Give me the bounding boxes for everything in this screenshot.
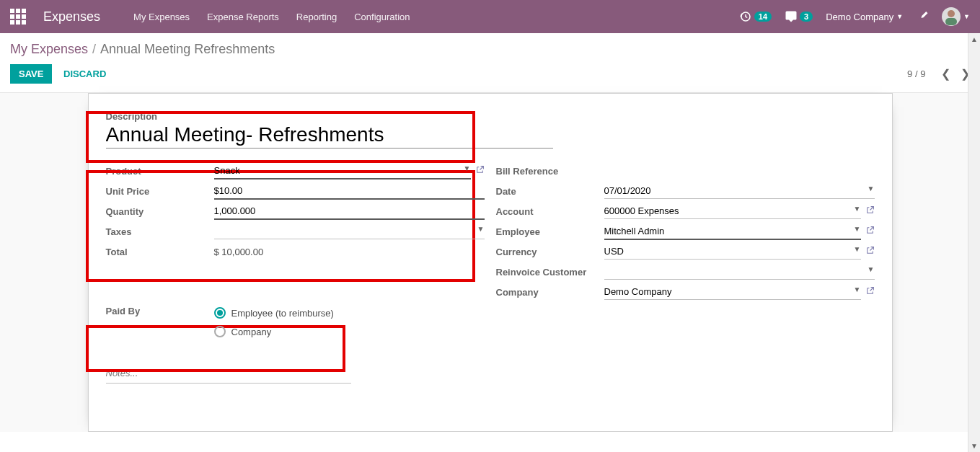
- dropdown-caret-icon[interactable]: ▼: [854, 245, 861, 253]
- company-input[interactable]: [604, 284, 861, 300]
- chat-badge: 3: [800, 12, 813, 22]
- app-brand: Expenses: [43, 9, 100, 25]
- control-panel: SAVE DISCARD 9 / 9 ❮ ❯: [0, 60, 980, 92]
- taxes-label: Taxes: [106, 226, 214, 237]
- bill-ref-label: Bill Reference: [496, 166, 604, 177]
- form-sheet-bg: Description Product ▼ Unit Price: [0, 92, 980, 432]
- form-sheet: Description Product ▼ Unit Price: [88, 93, 893, 432]
- reinvoice-input[interactable]: [604, 264, 875, 280]
- product-label: Product: [106, 166, 214, 177]
- account-input[interactable]: [604, 203, 861, 219]
- company-label: Company: [496, 287, 604, 298]
- account-label: Account: [496, 206, 604, 217]
- dropdown-caret-icon[interactable]: ▼: [868, 185, 875, 192]
- total-value: $ 10,000.00: [214, 244, 485, 260]
- nav-reporting[interactable]: Reporting: [296, 12, 337, 22]
- paid-by-employee-label[interactable]: Employee (to reimburse): [231, 308, 334, 319]
- external-link-icon[interactable]: [475, 165, 485, 177]
- nav-links: My Expenses Expense Reports Reporting Co…: [133, 12, 410, 22]
- date-label: Date: [496, 186, 604, 197]
- breadcrumb-current: Annual Meeting Refreshments: [100, 42, 275, 57]
- left-column: Product ▼ Unit Price Quanti: [100, 161, 490, 346]
- breadcrumb: My Expenses / Annual Meeting Refreshment…: [0, 33, 980, 60]
- scroll-up-icon[interactable]: ▲: [968, 33, 980, 45]
- product-input[interactable]: [214, 163, 471, 180]
- employee-input[interactable]: [604, 223, 861, 240]
- paid-by-company-label[interactable]: Company: [231, 327, 272, 337]
- breadcrumb-sep: /: [92, 42, 96, 57]
- scrollbar[interactable]: ▲ ▼: [968, 33, 980, 432]
- unit-price-label: Unit Price: [106, 186, 214, 197]
- activity-badge: 14: [754, 12, 772, 22]
- dropdown-caret-icon[interactable]: ▼: [854, 205, 861, 213]
- dropdown-caret-icon[interactable]: ▼: [854, 285, 861, 293]
- nav-my-expenses[interactable]: My Expenses: [133, 12, 190, 22]
- pager-count: 9 / 9: [907, 68, 925, 79]
- chat-icon[interactable]: 3: [785, 10, 813, 23]
- paid-by-company-radio[interactable]: [214, 326, 226, 337]
- discard-button[interactable]: DISCARD: [63, 68, 106, 79]
- save-button[interactable]: SAVE: [10, 64, 52, 84]
- svg-point-1: [948, 10, 955, 17]
- title-label: Description: [106, 111, 880, 122]
- apps-icon[interactable]: [10, 9, 26, 25]
- paid-by-label: Paid By: [106, 306, 214, 316]
- quantity-input[interactable]: [214, 203, 485, 220]
- notes-input[interactable]: [106, 363, 351, 384]
- description-input[interactable]: [106, 122, 553, 149]
- external-link-icon[interactable]: [865, 286, 875, 298]
- pager-prev-icon[interactable]: ❮: [941, 68, 950, 80]
- debug-icon[interactable]: [916, 9, 929, 25]
- right-column: Bill Reference Date ▼ Account ▼: [490, 161, 880, 346]
- pager: 9 / 9 ❮ ❯: [907, 67, 970, 81]
- paid-by-employee-radio[interactable]: [214, 307, 226, 319]
- svg-rect-2: [945, 18, 957, 25]
- dropdown-caret-icon[interactable]: ▼: [464, 164, 471, 172]
- nav-configuration[interactable]: Configuration: [354, 12, 410, 22]
- activity-icon[interactable]: 14: [739, 10, 772, 23]
- company-switcher[interactable]: Demo Company ▼: [826, 12, 903, 22]
- employee-label: Employee: [496, 226, 604, 237]
- total-label: Total: [106, 247, 214, 257]
- unit-price-input[interactable]: [214, 183, 485, 200]
- date-input[interactable]: [604, 183, 875, 199]
- external-link-icon[interactable]: [865, 205, 875, 217]
- currency-input[interactable]: [604, 244, 861, 260]
- nav-expense-reports[interactable]: Expense Reports: [207, 12, 279, 22]
- dropdown-caret-icon[interactable]: ▼: [854, 225, 861, 233]
- user-avatar[interactable]: [942, 7, 961, 26]
- external-link-icon[interactable]: [865, 246, 875, 257]
- taxes-input[interactable]: [214, 223, 485, 239]
- chevron-down-icon: ▼: [963, 13, 970, 20]
- external-link-icon[interactable]: [865, 226, 875, 237]
- dropdown-caret-icon[interactable]: ▼: [477, 225, 485, 233]
- dropdown-caret-icon[interactable]: ▼: [868, 265, 875, 273]
- reinvoice-label: Reinvoice Customer: [496, 267, 604, 278]
- navbar: Expenses My Expenses Expense Reports Rep…: [0, 0, 980, 33]
- breadcrumb-root[interactable]: My Expenses: [10, 42, 88, 57]
- quantity-label: Quantity: [106, 206, 214, 217]
- chevron-down-icon: ▼: [896, 13, 903, 20]
- currency-label: Currency: [496, 247, 604, 257]
